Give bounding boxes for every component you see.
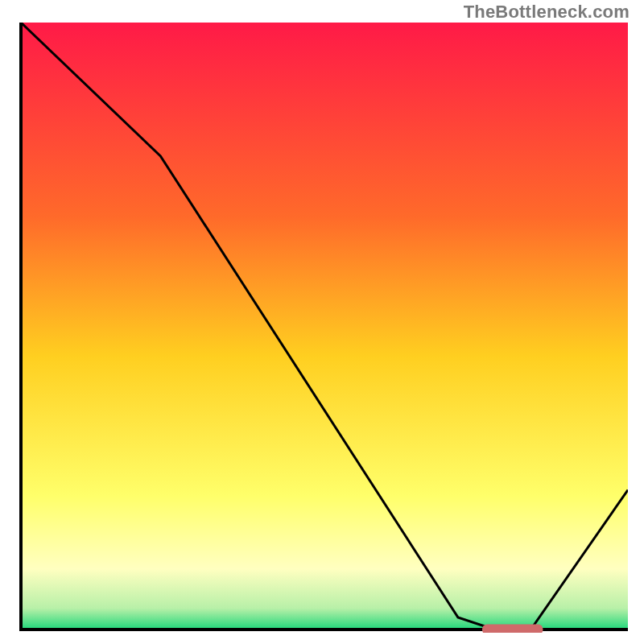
chart-background — [21, 23, 628, 630]
attribution-label: TheBottleneck.com — [464, 2, 630, 23]
chart-container: TheBottleneck.com — [0, 0, 644, 644]
bottleneck-chart — [18, 23, 628, 633]
optimal-marker — [482, 625, 543, 634]
